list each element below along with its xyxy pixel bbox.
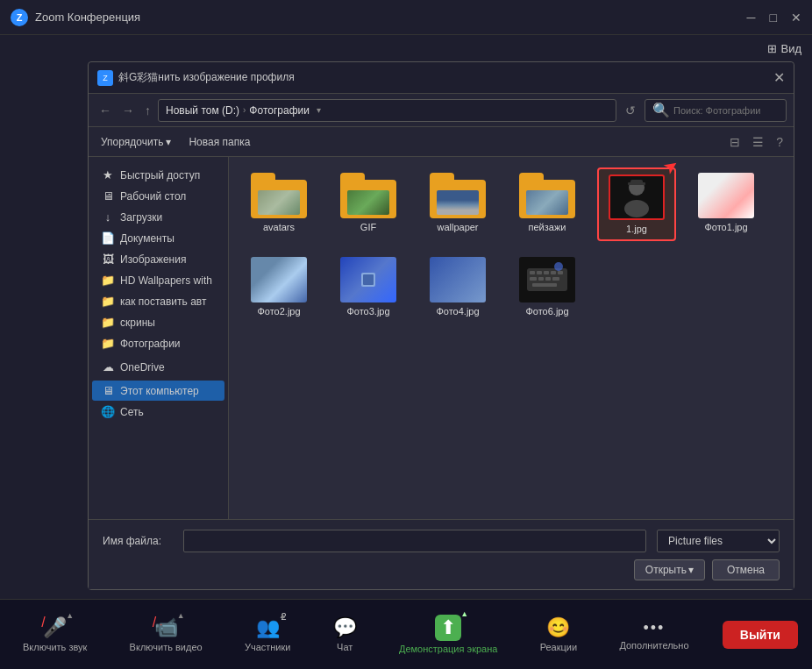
folder-wallpaper-icon [430, 173, 486, 218]
file-item-1jpg[interactable]: ➤ 1.jpg [597, 167, 676, 241]
taskbar-item-reactions[interactable]: 😊 Реакции [531, 611, 587, 658]
file-item-photo2[interactable]: Фото2.jpg [239, 252, 318, 322]
svg-point-1 [624, 200, 649, 217]
sidebar-documents-label: Документы [120, 232, 175, 245]
details-view-button[interactable]: ☰ [749, 133, 767, 151]
file-item-gif[interactable]: GIF [329, 167, 408, 241]
file-photo3-thumbnail [340, 257, 396, 302]
title-bar-controls: ─ □ ✕ [747, 11, 801, 25]
dialog-bottom: Имя файла: Picture files Открыть ▾ Отмен… [89, 519, 794, 589]
sidebar-item-onedrive[interactable]: ☁ OneDrive [92, 357, 224, 377]
sidebar-item-documents[interactable]: 📄 Документы [92, 228, 224, 248]
up-button[interactable]: ↑ [141, 102, 154, 119]
more-label: Дополнительно [619, 640, 688, 651]
sidebar-item-photos[interactable]: 📁 Фотографии [92, 333, 224, 353]
file-item-photo1[interactable]: Фото1.jpg [687, 167, 766, 241]
person-silhouette-svg [619, 177, 654, 217]
search-input[interactable] [673, 105, 779, 116]
sidebar-hd-wallpapers-label: HD Wallpapers with [120, 274, 212, 287]
address-bar: ← → ↑ Новый том (D:) › Фотографии ▾ ↺ 🔍 [89, 94, 794, 127]
organize-button[interactable]: Упорядочить ▾ [96, 133, 176, 151]
back-button[interactable]: ← [96, 102, 115, 119]
sidebar-item-this-pc[interactable]: 🖥 Этот компьютер [92, 381, 224, 401]
sidebar-item-quick-access[interactable]: ★ Быстрый доступ [92, 165, 224, 185]
taskbar: 🎤 / ▲ Включить звук 📹 / ▲ Включить видео… [0, 599, 812, 669]
sidebar-section-computer: 🖥 Этот компьютер 🌐 Сеть [89, 381, 228, 422]
organize-chevron-icon: ▾ [166, 136, 171, 148]
taskbar-item-more[interactable]: ••• Дополнительно [610, 614, 697, 656]
help-button[interactable]: ? [773, 133, 787, 151]
svg-point-17 [554, 262, 563, 271]
file-name-gif: GIF [360, 222, 376, 232]
open-dropdown-icon: ▾ [688, 564, 694, 576]
dialog-close-button[interactable]: ✕ [773, 69, 785, 86]
file-1jpg-thumbnail [609, 174, 665, 220]
svg-rect-10 [551, 271, 556, 274]
sidebar-images-label: Изображения [120, 253, 186, 266]
forward-button[interactable]: → [118, 102, 138, 119]
taskbar-item-video[interactable]: 📹 / ▲ Включить видео [121, 611, 211, 658]
taskbar-item-screenshare[interactable]: ⬆ ▲ Демонстрация экрана [390, 609, 506, 659]
dialog-title-left: Z 斜G彩猫нить изображение профиля [97, 70, 295, 86]
video-camera-symbol: 📹 [154, 616, 178, 638]
video-icon: 📹 / ▲ [154, 616, 178, 639]
file-item-wallpaper[interactable]: wallpaper [418, 167, 497, 241]
sidebar-item-desktop[interactable]: 🖥 Рабочий стол [92, 186, 224, 206]
folder-avatar-icon: 📁 [101, 295, 115, 308]
folder-hd-icon: 📁 [101, 274, 115, 287]
toolbar-right: ⊟ ☰ ? [726, 133, 787, 151]
file-item-photo3[interactable]: Фото3.jpg [329, 252, 408, 322]
sidebar-item-avatar[interactable]: 📁 как поставить авт [92, 291, 224, 311]
screenshare-label: Демонстрация экрана [399, 644, 497, 654]
taskbar-item-chat[interactable]: 💬 Чат [324, 611, 366, 658]
sidebar-item-hd-wallpapers[interactable]: 📁 HD Wallpapers with [92, 270, 224, 290]
chat-icon: 💬 [333, 616, 357, 639]
path-drive: Новый том (D:) [166, 104, 239, 117]
sidebar-item-downloads[interactable]: ↓ Загрузки [92, 207, 224, 227]
file-item-photo4[interactable]: Фото4.jpg [418, 252, 497, 322]
sidebar-item-screens[interactable]: 📁 скрины [92, 312, 224, 332]
sidebar-item-images[interactable]: 🖼 Изображения [92, 249, 224, 269]
exit-button[interactable]: Выйти [723, 621, 798, 649]
sidebar-section-onedrive: ☁ OneDrive [89, 357, 228, 377]
taskbar-item-audio[interactable]: 🎤 / ▲ Включить звук [14, 611, 96, 658]
sidebar-item-network[interactable]: 🌐 Сеть [92, 402, 224, 422]
images-icon: 🖼 [101, 253, 115, 266]
svg-rect-9 [544, 271, 549, 274]
filetype-select[interactable]: Picture files [657, 530, 780, 552]
folder-landscapes-icon [519, 173, 575, 218]
chip-svg [354, 269, 382, 290]
search-box[interactable]: 🔍 [645, 99, 787, 122]
refresh-button[interactable]: ↺ [620, 102, 641, 119]
path-separator: › [243, 105, 246, 115]
svg-rect-8 [537, 271, 542, 274]
dialog-body: ★ Быстрый доступ 🖥 Рабочий стол ↓ Загруз… [89, 157, 794, 519]
new-folder-button[interactable]: Новая папка [183, 133, 255, 151]
sidebar-onedrive-label: OneDrive [120, 361, 165, 374]
open-button[interactable]: Открыть ▾ [634, 559, 705, 580]
chat-label: Чат [337, 642, 353, 652]
zoom-icon: Z [11, 9, 28, 26]
close-window-button[interactable]: ✕ [791, 11, 801, 25]
minimize-button[interactable]: ─ [747, 11, 756, 25]
file-name-wallpaper: wallpaper [437, 222, 478, 232]
file-item-photo6[interactable]: Фото6.jpg [508, 252, 587, 322]
file-item-avatars[interactable]: avatars [239, 167, 318, 241]
file-photo2-thumbnail [251, 257, 307, 302]
file-item-landscapes[interactable]: пейзажи [508, 167, 587, 241]
audio-label: Включить звук [23, 642, 87, 652]
toolbar: Упорядочить ▾ Новая папка ⊟ ☰ ? [89, 127, 794, 157]
taskbar-item-participants[interactable]: 👥 2 ▲ Участники [236, 611, 300, 658]
file-dialog: Z 斜G彩猫нить изображение профиля ✕ ← → ↑ Н… [88, 61, 794, 590]
sidebar: ★ Быстрый доступ 🖥 Рабочий стол ↓ Загруз… [89, 157, 229, 519]
address-path[interactable]: Новый том (D:) › Фотографии ▾ [158, 99, 616, 122]
view-text: Вид [780, 42, 801, 55]
maximize-button[interactable]: □ [770, 11, 777, 25]
file-1jpg-thumb-wrap: ➤ [609, 174, 665, 220]
filename-input[interactable] [183, 530, 646, 552]
organize-label: Упорядочить [101, 136, 163, 148]
reactions-label: Реакции [540, 642, 578, 652]
view-toggle-button[interactable]: ⊟ [726, 133, 744, 151]
mute-audio-symbol: 🎤 [43, 616, 67, 638]
cancel-button[interactable]: Отмена [712, 559, 780, 580]
